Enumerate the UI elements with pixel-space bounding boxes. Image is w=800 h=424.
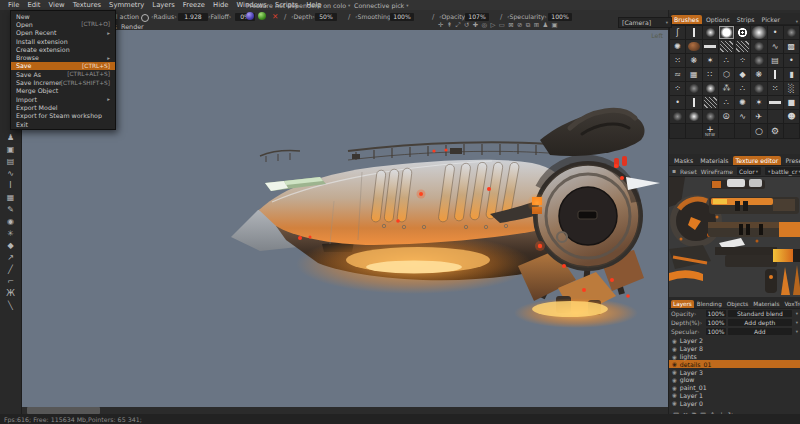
menu-item[interactable]: Edit	[23, 1, 44, 9]
menu-item[interactable]: Layers	[148, 1, 179, 9]
brush-tile[interactable]	[751, 110, 766, 123]
brush-tile[interactable]	[735, 82, 750, 95]
layer-visibility-icon[interactable]	[672, 345, 677, 353]
blend-mode-dropdown[interactable]: Standard blend	[728, 310, 792, 318]
panel-tab[interactable]: Layers	[671, 300, 694, 308]
blend-value-input[interactable]: 100%	[706, 310, 726, 318]
brush-tool-icon[interactable]: ♟	[7, 134, 14, 143]
brush-settings-gear-icon[interactable]	[768, 124, 783, 138]
brush-tile[interactable]	[719, 124, 734, 138]
menu-item[interactable]: Freeze	[179, 1, 209, 9]
file-menu-item[interactable]: Exit ▸	[11, 120, 115, 128]
panel-tab[interactable]: Picker	[759, 15, 783, 24]
corner-tool-icon[interactable]: ⌐	[7, 278, 14, 287]
beam-tool-icon[interactable]: ▦	[7, 194, 15, 203]
brush-tile[interactable]	[768, 82, 783, 95]
brush-tile[interactable]	[670, 124, 685, 138]
file-menu-item[interactable]: Save [CTRL+S] ▸	[11, 62, 115, 70]
specularity-input[interactable]: 100%	[548, 13, 572, 21]
layer-visibility-icon[interactable]	[672, 391, 677, 399]
depth-input[interactable]: 50%	[315, 13, 337, 21]
diamond-tool-icon[interactable]: ◆	[7, 242, 13, 251]
brush-tile[interactable]	[719, 110, 734, 123]
slider-icon[interactable]	[500, 13, 502, 21]
brush-tile[interactable]	[784, 110, 799, 123]
brush-tile[interactable]	[735, 68, 750, 81]
viewport-canvas[interactable]: Left	[22, 30, 668, 407]
panel-tab[interactable]: Texture editor	[733, 156, 782, 165]
panel-tab[interactable]: VoxTree	[782, 300, 800, 308]
text-tool-icon[interactable]: I	[9, 182, 11, 191]
panel-icon[interactable]: ▣	[552, 22, 558, 29]
slider-icon[interactable]	[348, 13, 350, 21]
brush-tile[interactable]	[686, 82, 701, 95]
brush-tile[interactable]	[784, 40, 799, 53]
brush-tile[interactable]	[784, 96, 799, 109]
brush-tile[interactable]	[768, 68, 783, 81]
brush-tile[interactable]	[784, 82, 799, 95]
slider-icon[interactable]	[432, 13, 434, 21]
frame-icon[interactable]: ▭	[499, 22, 505, 29]
texture-editor-canvas[interactable]	[669, 177, 800, 297]
brush-tile[interactable]	[784, 54, 799, 67]
panel-tab[interactable]: Masks	[671, 156, 696, 165]
file-menu-item[interactable]: Create extension ▸	[11, 45, 115, 53]
brush-tile[interactable]	[735, 124, 750, 138]
layer-visibility-icon[interactable]	[672, 368, 677, 376]
blend-value-input[interactable]: 100%	[706, 319, 726, 327]
disable-icon[interactable]: ⊘	[517, 22, 522, 29]
texture-tool-icon[interactable]	[672, 167, 676, 175]
pattern-tool-icon[interactable]: Ж	[6, 290, 15, 299]
brush-tile[interactable]	[686, 26, 701, 39]
brush-tile[interactable]	[751, 96, 766, 109]
brush-tile[interactable]	[719, 54, 734, 67]
brush-tile[interactable]	[768, 54, 783, 67]
layer-row[interactable]: glow	[669, 376, 800, 384]
menu-item[interactable]: Hide	[209, 1, 233, 9]
brush-tile[interactable]	[703, 26, 718, 39]
figure-icon[interactable]: ♟	[542, 22, 548, 29]
brush-tile[interactable]	[768, 96, 783, 109]
brush-shape-icon[interactable]	[141, 14, 149, 22]
file-menu-item[interactable]: Save As [CTRL+ALT+S] ▸	[11, 70, 115, 78]
slider-icon[interactable]	[284, 13, 286, 21]
pan-up-icon[interactable]: ↟	[447, 22, 452, 29]
brush-tile[interactable]	[703, 96, 718, 109]
camera-dropdown[interactable]: [Camera] ▾	[618, 17, 672, 28]
layer-visibility-icon[interactable]	[672, 353, 677, 361]
curve-tool-icon[interactable]: ∿	[7, 170, 14, 179]
brush-tile[interactable]	[686, 40, 701, 53]
brush-tile[interactable]	[751, 54, 766, 67]
brush-tile[interactable]	[686, 110, 701, 123]
pick-mode-dropdown[interactable]: Connective pick ▾	[354, 1, 409, 9]
clear-color-icon[interactable]	[272, 12, 278, 21]
brush-tile[interactable]	[784, 124, 799, 138]
layer-visibility-icon[interactable]	[672, 384, 677, 392]
color-mode-dropdown[interactable]: Color ▾	[737, 167, 761, 175]
brush-tile[interactable]	[735, 96, 750, 109]
brush-tile[interactable]	[735, 26, 750, 39]
brush-tile[interactable]	[703, 54, 718, 67]
brush-tile[interactable]	[735, 40, 750, 53]
menu-item[interactable]: File	[4, 1, 23, 9]
menu-item[interactable]: Textures	[69, 1, 105, 9]
layer-visibility-icon[interactable]	[672, 337, 677, 345]
panel-tab[interactable]: Materials	[751, 300, 781, 308]
color-swatch-secondary[interactable]	[258, 12, 266, 20]
layer-row[interactable]: paint_01	[669, 384, 800, 392]
panel-tab[interactable]: Presets	[782, 156, 800, 165]
focus-icon[interactable]: ◎	[482, 22, 488, 29]
move-icon[interactable]: ✛	[438, 22, 443, 29]
blend-mode-dropdown[interactable]: Add depth	[728, 319, 792, 327]
menu-item[interactable]: View	[45, 1, 69, 9]
file-menu-item[interactable]: Open [CTRL+O] ▸	[11, 20, 115, 28]
brush-tile[interactable]	[686, 54, 701, 67]
file-menu-item[interactable]: Browse ▸	[11, 53, 115, 61]
brush-tile[interactable]	[703, 82, 718, 95]
scale-icon[interactable]: ⤢	[456, 22, 461, 29]
radius-input[interactable]: 1.928	[178, 13, 208, 21]
document-tool-icon[interactable]: ▤	[7, 158, 15, 167]
brush-tile[interactable]	[670, 54, 685, 67]
layer-row[interactable]: Layer 3	[669, 368, 800, 376]
brush-tile[interactable]	[735, 110, 750, 123]
